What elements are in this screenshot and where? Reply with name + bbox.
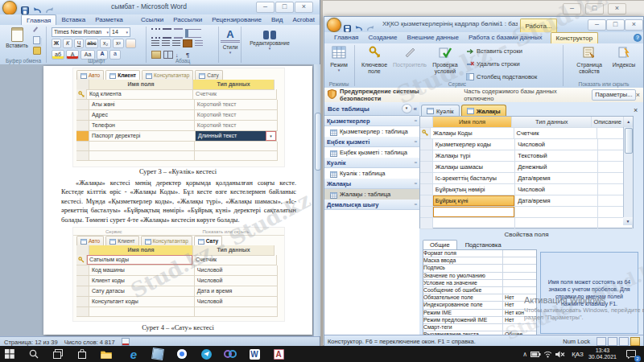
cut-icon[interactable]: [33, 27, 43, 36]
tray-chevron-icon[interactable]: ∧: [522, 351, 527, 358]
view-button[interactable]: Режим ▾: [326, 46, 352, 72]
nav-item-kyzmetkerler[interactable]: Қызметкерлер : таблица: [324, 126, 419, 137]
font-name-combo[interactable]: Times New Roman ▾: [52, 27, 111, 37]
field-row[interactable]: Жалақы түрі Текстовый: [420, 150, 633, 162]
nav-group-header-zhalaky[interactable]: Жалақы ≈: [324, 179, 419, 189]
clock[interactable]: 13:43 30.04.2021: [588, 348, 617, 360]
nav-group-header-demalyska[interactable]: Демалысқа шығу ≈: [324, 200, 419, 210]
field-row-selected[interactable]: Бұйрық күні Дата/время: [420, 195, 633, 207]
field-row[interactable]: Іс-әрекеттің басталуы Дата/время: [420, 173, 633, 184]
photos-icon[interactable]: [150, 346, 166, 362]
builder-button[interactable]: Построитель: [392, 46, 427, 68]
tab-vid[interactable]: Вид: [266, 14, 287, 25]
help-icon[interactable]: ?: [634, 34, 642, 42]
property-row[interactable]: Подпись: [423, 265, 536, 272]
scrollbar-thumb[interactable]: [315, 113, 321, 171]
word-vertical-scrollbar[interactable]: [313, 64, 320, 336]
word-taskbar-icon[interactable]: W: [246, 346, 262, 362]
nav-item-zhalaky-selected[interactable]: Жалақы : таблица: [324, 189, 419, 200]
office-button[interactable]: [2, 1, 17, 15]
language-indicator[interactable]: ҚАЗ: [572, 351, 584, 358]
bg-minimize-button[interactable]: –: [563, 3, 581, 14]
field-row[interactable]: Қызметкерлер коды Числовой: [420, 139, 633, 150]
property-row[interactable]: Режим предложений IMEНет: [423, 317, 536, 324]
nav-item-enbek[interactable]: Еңбек қызметі : таблица: [324, 147, 419, 158]
property-row[interactable]: Сообщение об ошибке: [423, 287, 536, 294]
grid-header-description[interactable]: Описание: [592, 117, 624, 128]
office-button[interactable]: [327, 18, 341, 32]
format-painter-icon[interactable]: [33, 47, 41, 55]
property-row[interactable]: Обязательное полеНет: [423, 294, 536, 302]
access-taskbar-icon[interactable]: A: [270, 346, 287, 362]
tab-glavnaya[interactable]: Главная: [21, 14, 56, 26]
clear-formatting-button[interactable]: [126, 39, 136, 48]
property-row[interactable]: Условие на значение: [423, 280, 536, 287]
properties-tab-general[interactable]: Общие: [423, 240, 457, 249]
indexes-button[interactable]: Индексы: [608, 46, 640, 68]
tab-vstavka[interactable]: Вставка: [56, 14, 90, 25]
nav-group-header-enbek[interactable]: Еңбек қызметі ≈: [324, 137, 419, 147]
status-page-count[interactable]: Страница: 12 из 39: [4, 339, 58, 346]
spellcheck-icon[interactable]: [122, 338, 130, 346]
field-row[interactable]: Жалақы Коды Счетчик: [420, 128, 633, 139]
task-view-icon[interactable]: [50, 346, 66, 362]
multilevel-list-icon[interactable]: [174, 28, 183, 39]
numbering-icon[interactable]: [163, 28, 171, 39]
property-row[interactable]: Индексированное полеНет: [423, 302, 536, 309]
store-icon[interactable]: [74, 346, 90, 362]
view-shortcut-buttons[interactable]: [597, 337, 640, 346]
action-center-icon[interactable]: 2: [623, 346, 639, 362]
tab-recenzirovanie[interactable]: Рецензирование: [207, 14, 266, 25]
search-icon[interactable]: [26, 346, 42, 362]
start-button[interactable]: [2, 346, 18, 362]
delete-rows-button[interactable]: Удалить строки: [466, 60, 520, 68]
align-left-icon[interactable]: [151, 40, 159, 47]
grid-header-field[interactable]: Имя поля: [433, 117, 513, 128]
field-row-empty[interactable]: [420, 207, 633, 218]
property-row[interactable]: Смарт-теги: [423, 324, 536, 331]
superscript-button[interactable]: x²: [113, 39, 124, 48]
wifi-icon[interactable]: [542, 346, 554, 362]
access-close-button[interactable]: ×: [625, 19, 643, 31]
nav-group-header-kyzmetkerler[interactable]: Қызметкерлер ≈: [324, 116, 419, 126]
tab-rassylki[interactable]: Рассылки: [168, 14, 207, 25]
word-maximize-button[interactable]: □: [275, 2, 294, 13]
indent-icons[interactable]: [185, 29, 201, 38]
file-explorer-icon[interactable]: [98, 346, 114, 362]
bullets-icon[interactable]: [151, 28, 160, 39]
word-close-button[interactable]: ×: [295, 2, 313, 13]
property-row[interactable]: Значение по умолчанию: [423, 273, 536, 280]
tab-acrobat[interactable]: Acrobat: [287, 14, 320, 25]
chrome-icon[interactable]: [174, 346, 190, 362]
telegram-icon[interactable]: [198, 346, 214, 362]
grid-header-type[interactable]: Тип данных: [512, 117, 592, 128]
primary-key-button[interactable]: Ключевое поле: [358, 46, 390, 75]
volume-muted-icon[interactable]: [554, 346, 567, 362]
shading-icon[interactable]: [183, 39, 192, 47]
property-row[interactable]: Режим IMEНет кон: [423, 310, 536, 317]
lookup-column-button[interactable]: Столбец подстановок: [466, 73, 537, 80]
test-validation-button[interactable]: Проверка условий: [427, 46, 463, 75]
app-circles-icon[interactable]: [222, 346, 238, 362]
tab-konstruktor[interactable]: Конструктор: [551, 32, 599, 43]
insert-rows-button[interactable]: Вставить строки: [466, 47, 522, 55]
styles-button[interactable]: А Стили ▾: [221, 28, 240, 55]
field-row[interactable]: Жалақы шамасы Денежный: [420, 162, 633, 173]
line-spacing-icon[interactable]: [195, 40, 203, 47]
field-row[interactable]: Бұйрықтың нөмірі Числовой: [420, 184, 633, 195]
field-row-empty[interactable]: [420, 218, 633, 229]
word-minimize-button[interactable]: –: [256, 2, 275, 13]
subscript-button[interactable]: x₂: [100, 39, 111, 48]
strikethrough-button[interactable]: abc: [85, 39, 98, 48]
paste-button[interactable]: Вставить: [5, 27, 29, 55]
nav-pane-header[interactable]: Все таблицы ▾ «: [324, 102, 419, 116]
options-button[interactable]: Параметры...: [592, 89, 636, 101]
grid-scroll-down-icon[interactable]: ▼: [623, 217, 633, 225]
access-maximize-button[interactable]: □: [606, 19, 625, 31]
tab-ssylki[interactable]: Ссылки: [136, 14, 168, 25]
edge-icon[interactable]: e: [126, 346, 142, 362]
property-row[interactable]: Формат поля: [423, 250, 536, 257]
shutter-bar-close-icon[interactable]: «: [414, 105, 417, 113]
bg-maximize-button[interactable]: □: [585, 3, 604, 14]
nav-item-kualik[interactable]: Куәлік : таблица: [324, 168, 419, 179]
